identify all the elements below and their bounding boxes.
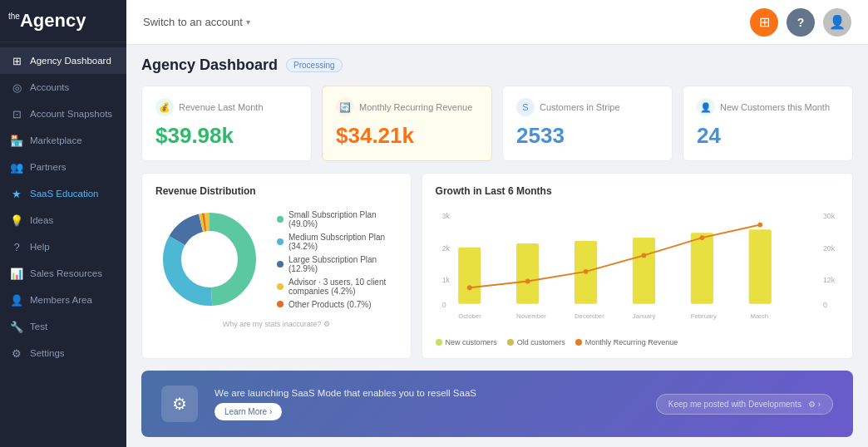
svg-text:1k: 1k <box>441 276 450 284</box>
processing-badge: Processing <box>286 58 342 72</box>
sidebar-navigation: ⊞ Agency Dashboard ◎ Accounts ⊡ Account … <box>0 42 126 447</box>
stat-label: S Customers in Stripe <box>516 98 658 116</box>
switch-account-button[interactable]: Switch to an account ▾ <box>143 16 250 28</box>
sidebar-item-label: Marketplace <box>30 135 82 145</box>
keep-posted-text: Keep me posted with Developments <box>668 400 801 409</box>
donut-chart <box>155 205 264 313</box>
svg-text:20k: 20k <box>823 244 836 253</box>
stat-value-mrr: $34.21k <box>336 123 478 149</box>
accounts-icon: ◎ <box>10 81 23 94</box>
stripe-icon: S <box>516 98 535 116</box>
sidebar-item-test[interactable]: 🔧 Test <box>0 313 126 340</box>
legend-dot <box>277 238 284 245</box>
sidebar-item-snapshots[interactable]: ⊡ Account Snapshots <box>0 101 126 127</box>
stat-value-new-customers: 24 <box>697 123 839 149</box>
sidebar-item-sales[interactable]: 📊 Sales Resources <box>0 260 126 287</box>
sidebar-item-label: Settings <box>30 348 65 358</box>
growth-chart-card: Growth in Last 6 Months 3k 2k 1k 0 30k 2… <box>422 173 853 359</box>
svg-text:3k: 3k <box>441 212 450 220</box>
legend-dot <box>436 339 442 346</box>
sidebar-item-members[interactable]: 👤 Members Area <box>0 287 126 313</box>
header-right: ⊞ ? 👤 <box>750 8 851 37</box>
banner-right: Keep me posted with Developments ⚙ › <box>656 394 833 415</box>
revenue-icon: 💰 <box>155 98 174 116</box>
legend-large: Large Subscription Plan (12.9%) <box>277 255 397 273</box>
stat-label: 💰 Revenue Last Month <box>155 98 298 116</box>
snapshots-icon: ⊡ <box>10 107 23 120</box>
legend-medium: Medium Subscription Plan (34.2%) <box>277 233 397 251</box>
donut-legend: Small Subscription Plan (49.0%) Medium S… <box>277 210 397 309</box>
logo-agency: Agency <box>20 10 86 31</box>
new-customers-icon: 👤 <box>697 98 715 116</box>
growth-chart-svg: 3k 2k 1k 0 30k 20k 12k 0 <box>436 205 839 330</box>
banner-description: We are launching SaaS Mode that enables … <box>215 388 639 398</box>
help-button[interactable]: ? <box>787 8 815 37</box>
sales-icon: 📊 <box>10 267 23 280</box>
legend-dot <box>507 339 514 346</box>
help-icon: ? <box>10 240 23 253</box>
svg-point-21 <box>525 279 530 284</box>
svg-text:12k: 12k <box>823 276 836 284</box>
donut-area: Small Subscription Plan (49.0%) Medium S… <box>155 205 397 313</box>
sidebar-item-label: Test <box>30 322 47 332</box>
saas-edu-icon: ★ <box>10 187 23 200</box>
legend-new-customers: New customers <box>436 338 497 346</box>
sidebar-item-ideas[interactable]: 💡 Ideas <box>0 207 126 233</box>
inaccurate-link[interactable]: Why are my stats inaccurate? ⚙ <box>155 320 397 328</box>
svg-point-24 <box>699 235 704 240</box>
charts-row: Revenue Distribution <box>141 173 853 359</box>
svg-point-5 <box>183 233 236 286</box>
sidebar-item-label: Partners <box>30 162 66 172</box>
legend-advisor: Advisor · 3 users, 10 client companies (… <box>277 278 397 296</box>
svg-text:January: January <box>632 312 655 320</box>
learn-more-button[interactable]: Learn More › <box>215 403 282 420</box>
growth-legend: New customers Old customers Monthly Recu… <box>436 338 839 346</box>
sidebar-item-label: SaaS Education <box>30 189 98 199</box>
svg-point-25 <box>757 223 762 228</box>
sidebar-item-label: Account Snapshots <box>30 109 112 119</box>
switch-account-label: Switch to an account <box>143 16 243 28</box>
keep-posted-input[interactable]: Keep me posted with Developments ⚙ › <box>656 394 833 415</box>
sidebar-item-partners[interactable]: 👥 Partners <box>0 154 126 180</box>
sidebar-item-dashboard[interactable]: ⊞ Agency Dashboard <box>0 47 126 74</box>
legend-dot <box>575 339 582 346</box>
saas-mode-banner: ⚙ We are launching SaaS Mode that enable… <box>141 371 853 437</box>
svg-rect-14 <box>458 248 481 304</box>
sidebar-item-label: Accounts <box>30 82 69 92</box>
svg-point-22 <box>583 269 588 274</box>
svg-rect-15 <box>516 243 539 304</box>
svg-rect-18 <box>690 233 713 303</box>
sidebar-item-label: Sales Resources <box>30 268 102 278</box>
apps-button[interactable]: ⊞ <box>750 8 778 37</box>
stats-row: 💰 Revenue Last Month $39.98k 🔄 Monthly R… <box>141 86 853 161</box>
sidebar-item-help[interactable]: ? Help <box>0 233 126 260</box>
sidebar-item-label: Help <box>30 242 50 252</box>
sidebar-item-accounts[interactable]: ◎ Accounts <box>0 74 126 101</box>
logo: theAgency <box>8 10 118 32</box>
revenue-distribution-title: Revenue Distribution <box>155 185 397 197</box>
sidebar-item-label: Members Area <box>30 295 92 305</box>
dashboard-content: Agency Dashboard Processing 💰 Revenue La… <box>126 45 868 447</box>
partners-icon: 👥 <box>10 160 23 174</box>
stat-card-mrr: 🔄 Monthly Recurring Revenue $34.21k <box>322 86 492 161</box>
sidebar-item-settings[interactable]: ⚙ Settings <box>0 340 126 366</box>
svg-text:November: November <box>516 312 546 320</box>
legend-dot <box>277 283 284 290</box>
legend-mrr: Monthly Recurring Revenue <box>575 338 678 346</box>
settings-icon: ⚙ <box>10 346 23 360</box>
avatar[interactable]: 👤 <box>823 8 851 37</box>
legend-other: Other Products (0.7%) <box>277 300 397 309</box>
header-left: Switch to an account ▾ <box>143 16 250 28</box>
stat-label: 👤 New Customers this Month <box>697 98 839 116</box>
sidebar-item-saas-education[interactable]: ★ SaaS Education <box>0 180 126 207</box>
svg-text:0: 0 <box>441 301 446 309</box>
legend-small: Small Subscription Plan (49.0%) <box>277 210 397 228</box>
svg-text:30k: 30k <box>823 212 836 220</box>
growth-chart-title: Growth in Last 6 Months <box>436 185 839 197</box>
svg-text:December: December <box>575 312 604 320</box>
svg-rect-17 <box>632 238 654 304</box>
stat-card-customers-stripe: S Customers in Stripe 2533 <box>502 86 673 161</box>
sidebar-item-marketplace[interactable]: 🏪 Marketplace <box>0 127 126 154</box>
mrr-icon: 🔄 <box>336 98 354 116</box>
svg-point-23 <box>641 253 646 258</box>
